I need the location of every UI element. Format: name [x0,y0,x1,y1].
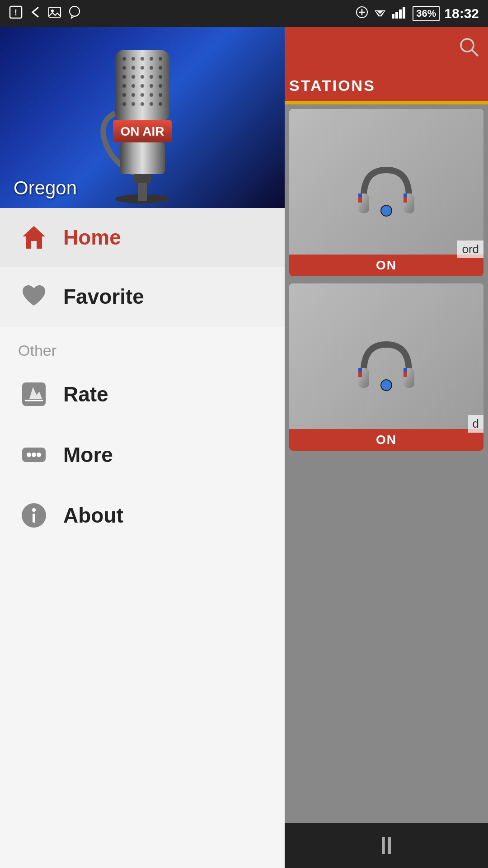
message-icon [68,5,81,22]
svg-point-34 [122,84,126,88]
svg-point-33 [159,75,162,79]
microphone-svg: ON AIR [79,32,206,203]
svg-point-31 [141,75,144,79]
stations-list: ON ord [285,104,488,823]
hero-location-label: Oregon [14,177,77,199]
svg-point-48 [159,102,162,106]
svg-point-32 [150,75,153,79]
svg-point-47 [150,102,153,106]
right-panel: STATIONS [285,27,488,868]
station-name-2: d [468,415,483,433]
svg-point-19 [122,57,126,61]
pause-button[interactable]: ⏸ [374,831,399,859]
info-icon [18,500,50,531]
svg-point-20 [131,57,135,61]
nav-item-more[interactable]: More [0,425,285,485]
svg-point-36 [141,84,144,88]
svg-point-61 [32,508,36,512]
headphone-svg-2 [355,335,418,399]
svg-point-38 [159,84,162,88]
station-card-1[interactable]: ON ord [289,109,483,276]
rate-icon [18,378,50,410]
svg-point-3 [51,9,54,12]
on-air-badge-1: ON [289,255,483,276]
svg-rect-2 [49,7,61,17]
search-button[interactable] [458,36,479,61]
battery-level: 36% [416,8,436,19]
more-icon [18,439,50,471]
svg-rect-70 [404,193,407,197]
battery-icon: 36% [413,6,440,21]
svg-rect-62 [33,514,35,523]
section-other-header: Other [0,331,285,364]
on-air-badge-2: ON [289,429,483,451]
bottom-player: ⏸ [285,823,488,868]
svg-point-78 [381,380,392,391]
sidebar: ON AIR Oregon Home [0,27,285,868]
svg-point-44 [122,102,126,106]
svg-point-35 [131,84,135,88]
hero-image: ON AIR Oregon [0,27,285,208]
svg-rect-52 [133,174,151,183]
svg-point-39 [122,93,126,97]
svg-point-24 [122,66,126,70]
svg-point-58 [32,453,36,457]
svg-rect-51 [120,142,165,174]
wifi-icon [373,6,387,22]
svg-point-43 [159,93,162,97]
svg-point-29 [122,75,126,79]
nav-menu: Home Favorite Other [0,208,285,868]
right-header [285,27,488,71]
signal-icon [392,6,408,22]
favorite-label: Favorite [63,284,144,309]
svg-rect-12 [392,14,394,19]
nav-section-other: Other Rate [0,326,285,546]
svg-text:!: ! [14,8,17,17]
svg-point-25 [131,66,135,70]
svg-point-23 [159,57,162,61]
svg-rect-68 [358,193,362,197]
svg-marker-53 [23,226,45,249]
svg-point-59 [37,453,41,457]
svg-rect-14 [399,9,402,19]
svg-point-45 [131,102,135,106]
svg-point-21 [141,57,144,61]
svg-point-42 [150,93,153,97]
svg-rect-15 [403,7,405,19]
nav-item-about[interactable]: About [0,485,285,546]
nav-item-home[interactable]: Home [0,208,285,267]
clock: 18:32 [444,6,479,21]
svg-point-71 [381,205,392,216]
more-label: More [63,443,113,467]
svg-point-41 [141,93,144,97]
svg-point-46 [141,102,144,106]
svg-point-27 [150,66,153,70]
heart-icon [18,281,50,312]
status-bar: ! [0,0,488,27]
add-icon [356,6,368,22]
main-wrapper: ON AIR Oregon Home [0,27,488,868]
svg-point-40 [131,93,135,97]
image-icon [48,5,61,22]
svg-point-28 [159,66,162,70]
svg-rect-77 [404,368,407,372]
svg-rect-13 [395,12,398,19]
station-name-1: ord [457,241,483,258]
alert-icon: ! [9,5,23,22]
status-bar-right: 36% 18:32 [356,6,479,22]
nav-item-favorite[interactable]: Favorite [0,267,285,326]
svg-point-26 [141,66,144,70]
status-bar-left: ! [9,5,81,22]
home-label: Home [63,225,121,250]
nav-item-rate[interactable]: Rate [0,364,285,425]
svg-rect-75 [358,368,362,372]
svg-point-22 [150,57,153,61]
svg-point-30 [131,75,135,79]
svg-point-37 [150,84,153,88]
rate-label: Rate [63,382,108,406]
home-icon [18,222,50,253]
back-icon[interactable] [29,6,42,22]
station-card-2[interactable]: ON d [289,283,483,451]
svg-point-57 [27,453,31,457]
svg-point-4 [70,6,80,16]
